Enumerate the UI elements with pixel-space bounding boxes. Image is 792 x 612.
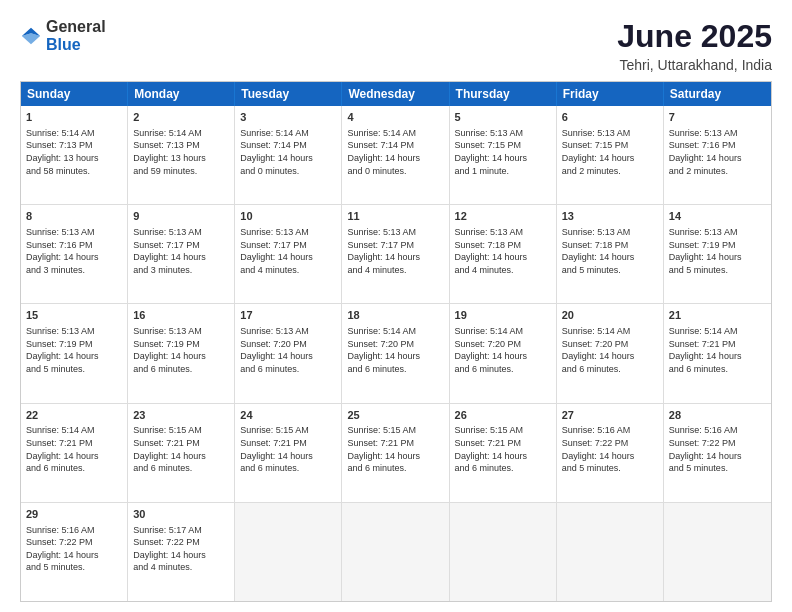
logo: General Blue — [20, 18, 106, 54]
cell-info: Sunrise: 5:13 AM Sunset: 7:18 PM Dayligh… — [455, 226, 551, 276]
calendar-cell — [557, 503, 664, 601]
cell-info: Sunrise: 5:14 AM Sunset: 7:13 PM Dayligh… — [133, 127, 229, 177]
day-number: 16 — [133, 308, 229, 323]
calendar-cell — [235, 503, 342, 601]
logo-blue: Blue — [46, 36, 81, 53]
cell-info: Sunrise: 5:13 AM Sunset: 7:15 PM Dayligh… — [455, 127, 551, 177]
calendar-cell: 16Sunrise: 5:13 AM Sunset: 7:19 PM Dayli… — [128, 304, 235, 402]
day-number: 18 — [347, 308, 443, 323]
day-number: 15 — [26, 308, 122, 323]
calendar-cell: 23Sunrise: 5:15 AM Sunset: 7:21 PM Dayli… — [128, 404, 235, 502]
day-number: 22 — [26, 408, 122, 423]
cell-info: Sunrise: 5:16 AM Sunset: 7:22 PM Dayligh… — [562, 424, 658, 474]
cell-info: Sunrise: 5:14 AM Sunset: 7:20 PM Dayligh… — [455, 325, 551, 375]
calendar-cell: 27Sunrise: 5:16 AM Sunset: 7:22 PM Dayli… — [557, 404, 664, 502]
calendar-header-cell: Sunday — [21, 82, 128, 106]
logo-icon — [20, 25, 42, 47]
calendar-cell: 11Sunrise: 5:13 AM Sunset: 7:17 PM Dayli… — [342, 205, 449, 303]
cell-info: Sunrise: 5:13 AM Sunset: 7:16 PM Dayligh… — [26, 226, 122, 276]
day-number: 6 — [562, 110, 658, 125]
calendar-cell: 26Sunrise: 5:15 AM Sunset: 7:21 PM Dayli… — [450, 404, 557, 502]
cell-info: Sunrise: 5:14 AM Sunset: 7:14 PM Dayligh… — [347, 127, 443, 177]
calendar-header: SundayMondayTuesdayWednesdayThursdayFrid… — [21, 82, 771, 106]
cell-info: Sunrise: 5:13 AM Sunset: 7:15 PM Dayligh… — [562, 127, 658, 177]
calendar-row: 8Sunrise: 5:13 AM Sunset: 7:16 PM Daylig… — [21, 205, 771, 304]
page: General Blue June 2025 Tehri, Uttarakhan… — [0, 0, 792, 612]
calendar-cell: 24Sunrise: 5:15 AM Sunset: 7:21 PM Dayli… — [235, 404, 342, 502]
calendar-cell: 10Sunrise: 5:13 AM Sunset: 7:17 PM Dayli… — [235, 205, 342, 303]
logo-general: General — [46, 18, 106, 35]
day-number: 25 — [347, 408, 443, 423]
day-number: 3 — [240, 110, 336, 125]
cell-info: Sunrise: 5:16 AM Sunset: 7:22 PM Dayligh… — [669, 424, 766, 474]
day-number: 21 — [669, 308, 766, 323]
cell-info: Sunrise: 5:13 AM Sunset: 7:19 PM Dayligh… — [26, 325, 122, 375]
day-number: 12 — [455, 209, 551, 224]
cell-info: Sunrise: 5:15 AM Sunset: 7:21 PM Dayligh… — [240, 424, 336, 474]
day-number: 8 — [26, 209, 122, 224]
cell-info: Sunrise: 5:14 AM Sunset: 7:20 PM Dayligh… — [562, 325, 658, 375]
cell-info: Sunrise: 5:14 AM Sunset: 7:13 PM Dayligh… — [26, 127, 122, 177]
day-number: 30 — [133, 507, 229, 522]
calendar-cell: 3Sunrise: 5:14 AM Sunset: 7:14 PM Daylig… — [235, 106, 342, 204]
calendar-body: 1Sunrise: 5:14 AM Sunset: 7:13 PM Daylig… — [21, 106, 771, 601]
calendar-header-cell: Monday — [128, 82, 235, 106]
calendar-cell: 7Sunrise: 5:13 AM Sunset: 7:16 PM Daylig… — [664, 106, 771, 204]
day-number: 29 — [26, 507, 122, 522]
calendar-cell: 13Sunrise: 5:13 AM Sunset: 7:18 PM Dayli… — [557, 205, 664, 303]
calendar-cell: 12Sunrise: 5:13 AM Sunset: 7:18 PM Dayli… — [450, 205, 557, 303]
calendar-header-cell: Friday — [557, 82, 664, 106]
day-number: 1 — [26, 110, 122, 125]
calendar-cell: 22Sunrise: 5:14 AM Sunset: 7:21 PM Dayli… — [21, 404, 128, 502]
day-number: 24 — [240, 408, 336, 423]
month-title: June 2025 — [617, 18, 772, 55]
day-number: 20 — [562, 308, 658, 323]
day-number: 14 — [669, 209, 766, 224]
calendar-cell: 6Sunrise: 5:13 AM Sunset: 7:15 PM Daylig… — [557, 106, 664, 204]
cell-info: Sunrise: 5:13 AM Sunset: 7:17 PM Dayligh… — [133, 226, 229, 276]
day-number: 23 — [133, 408, 229, 423]
calendar-cell: 17Sunrise: 5:13 AM Sunset: 7:20 PM Dayli… — [235, 304, 342, 402]
day-number: 9 — [133, 209, 229, 224]
calendar-cell: 8Sunrise: 5:13 AM Sunset: 7:16 PM Daylig… — [21, 205, 128, 303]
cell-info: Sunrise: 5:16 AM Sunset: 7:22 PM Dayligh… — [26, 524, 122, 574]
calendar-row: 22Sunrise: 5:14 AM Sunset: 7:21 PM Dayli… — [21, 404, 771, 503]
cell-info: Sunrise: 5:17 AM Sunset: 7:22 PM Dayligh… — [133, 524, 229, 574]
top-section: General Blue June 2025 Tehri, Uttarakhan… — [20, 18, 772, 73]
calendar-cell: 14Sunrise: 5:13 AM Sunset: 7:19 PM Dayli… — [664, 205, 771, 303]
calendar-cell: 5Sunrise: 5:13 AM Sunset: 7:15 PM Daylig… — [450, 106, 557, 204]
cell-info: Sunrise: 5:14 AM Sunset: 7:21 PM Dayligh… — [26, 424, 122, 474]
day-number: 26 — [455, 408, 551, 423]
day-number: 4 — [347, 110, 443, 125]
cell-info: Sunrise: 5:14 AM Sunset: 7:21 PM Dayligh… — [669, 325, 766, 375]
day-number: 7 — [669, 110, 766, 125]
day-number: 2 — [133, 110, 229, 125]
calendar-header-cell: Thursday — [450, 82, 557, 106]
calendar-cell: 28Sunrise: 5:16 AM Sunset: 7:22 PM Dayli… — [664, 404, 771, 502]
cell-info: Sunrise: 5:14 AM Sunset: 7:20 PM Dayligh… — [347, 325, 443, 375]
cell-info: Sunrise: 5:13 AM Sunset: 7:18 PM Dayligh… — [562, 226, 658, 276]
cell-info: Sunrise: 5:13 AM Sunset: 7:19 PM Dayligh… — [133, 325, 229, 375]
calendar-header-cell: Tuesday — [235, 82, 342, 106]
cell-info: Sunrise: 5:13 AM Sunset: 7:20 PM Dayligh… — [240, 325, 336, 375]
cell-info: Sunrise: 5:13 AM Sunset: 7:16 PM Dayligh… — [669, 127, 766, 177]
day-number: 19 — [455, 308, 551, 323]
calendar-cell: 25Sunrise: 5:15 AM Sunset: 7:21 PM Dayli… — [342, 404, 449, 502]
header-right: June 2025 Tehri, Uttarakhand, India — [617, 18, 772, 73]
cell-info: Sunrise: 5:15 AM Sunset: 7:21 PM Dayligh… — [347, 424, 443, 474]
day-number: 11 — [347, 209, 443, 224]
day-number: 27 — [562, 408, 658, 423]
calendar-cell: 15Sunrise: 5:13 AM Sunset: 7:19 PM Dayli… — [21, 304, 128, 402]
calendar-cell: 30Sunrise: 5:17 AM Sunset: 7:22 PM Dayli… — [128, 503, 235, 601]
calendar-cell: 20Sunrise: 5:14 AM Sunset: 7:20 PM Dayli… — [557, 304, 664, 402]
calendar-cell: 19Sunrise: 5:14 AM Sunset: 7:20 PM Dayli… — [450, 304, 557, 402]
cell-info: Sunrise: 5:13 AM Sunset: 7:17 PM Dayligh… — [347, 226, 443, 276]
calendar-cell: 9Sunrise: 5:13 AM Sunset: 7:17 PM Daylig… — [128, 205, 235, 303]
calendar-cell: 18Sunrise: 5:14 AM Sunset: 7:20 PM Dayli… — [342, 304, 449, 402]
calendar-row: 29Sunrise: 5:16 AM Sunset: 7:22 PM Dayli… — [21, 503, 771, 601]
day-number: 10 — [240, 209, 336, 224]
cell-info: Sunrise: 5:15 AM Sunset: 7:21 PM Dayligh… — [133, 424, 229, 474]
calendar-row: 1Sunrise: 5:14 AM Sunset: 7:13 PM Daylig… — [21, 106, 771, 205]
calendar-cell: 21Sunrise: 5:14 AM Sunset: 7:21 PM Dayli… — [664, 304, 771, 402]
cell-info: Sunrise: 5:14 AM Sunset: 7:14 PM Dayligh… — [240, 127, 336, 177]
